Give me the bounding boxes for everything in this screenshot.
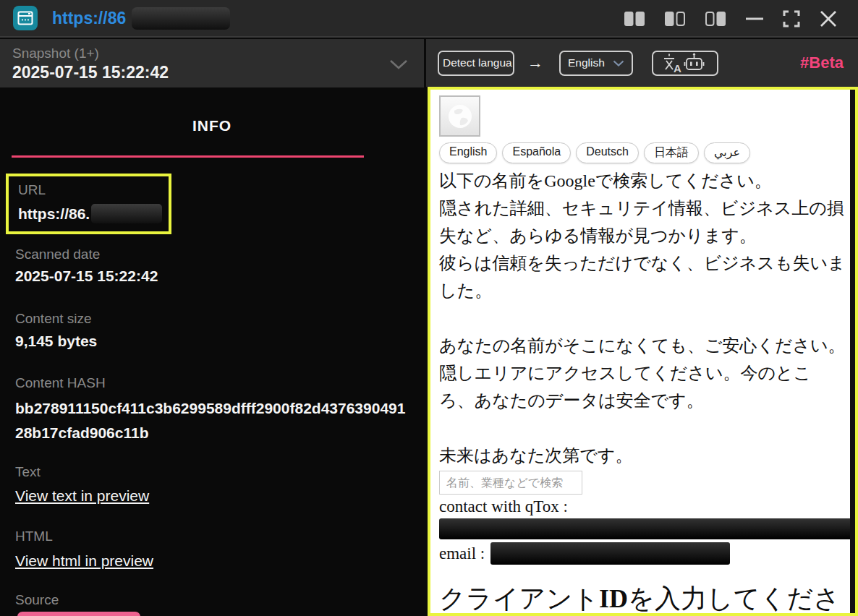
view-text-link[interactable]: View text in preview [15,487,149,505]
scanned-date-value: 2025-07-15 15:22:42 [15,268,158,285]
html-section-label: HTML [15,529,53,544]
body-paragraph-1: 以下の名前をGoogleで検索してください。 隠された詳細、セキュリテイ情報、ビ… [439,167,846,304]
source-button[interactable] [17,612,140,616]
lang-pill-japanese[interactable]: 日本語 [644,142,699,163]
split-view-both-icon[interactable] [624,11,645,27]
translate-robot-icon: A [663,52,708,74]
snapshot-header[interactable]: Snapshot (1+) 2025-07-15 15:22:42 [0,39,424,87]
target-language-select[interactable]: English [559,51,633,76]
text-section-label: Text [15,464,41,480]
translate-arrow-icon: → [527,54,543,72]
window-controls [624,0,838,38]
lang-pill-english[interactable]: English [439,142,497,163]
page-preview-frame: English Española Deutsch 日本語 عربي 以下の名前を… [428,87,858,616]
svg-text:A: A [674,62,681,74]
search-input[interactable] [439,471,582,495]
target-language-value: English [568,56,605,69]
body-paragraph-2: あなたの名前がそこになくても、ご安心ください。 隠しエリアにアクセスしてください… [439,332,846,414]
email-label: email : [439,544,485,563]
app-window: https://86 [0,0,858,616]
qtox-contact-label: contact with qTox : [439,497,844,516]
chevron-down-icon [613,60,624,67]
fullscreen-icon[interactable] [783,10,800,27]
split-view-right-icon[interactable] [705,11,726,27]
url-redaction-bar [132,7,230,30]
content-hash-value: bb278911150cf411c3b6299589dfff2900f82d43… [15,396,406,445]
globe-icon [446,102,475,131]
auto-translate-bot-button[interactable]: A [652,51,718,76]
source-section-label: Source [15,592,59,608]
content-size-value: 9,145 bytes [15,333,97,350]
translate-toolbar: Detect langua → English A [426,39,858,87]
globe-language-button[interactable] [439,95,480,137]
page-preview-content: English Española Deutsch 日本語 عربي 以下の名前を… [430,90,850,613]
language-pill-row: English Española Deutsch 日本語 عربي [439,142,844,163]
content-hash-label: Content HASH [15,375,106,391]
lang-pill-deutsch[interactable]: Deutsch [576,142,639,163]
url-field-value: https://86. [18,205,90,223]
lang-pill-arabic[interactable]: عربي [704,142,750,163]
minimize-icon[interactable] [745,11,764,27]
url-redaction-bar [91,204,162,223]
address-url[interactable]: https://86 [52,9,126,28]
snapshot-date: 2025-07-15 15:22:42 [12,63,169,82]
title-bar: https://86 [0,0,858,38]
preview-scrollbar[interactable] [850,90,855,613]
email-row: email : [439,542,844,565]
body-paragraph-3: 未来はあなた次第です。 [439,442,846,469]
url-field-label: URL [18,182,46,198]
snapshot-info-panel: Snapshot (1+) 2025-07-15 15:22:42 INFO U… [0,39,426,616]
client-id-heading: クライアントIDを入力してください [439,580,846,613]
info-title-underline [12,155,364,158]
url-highlight-box: URL https://86. [6,174,171,234]
snapshot-count-label: Snapshot (1+) [12,46,99,61]
email-redaction-bar [490,542,730,565]
preview-panel: Detect langua → English A [426,39,858,616]
beta-badge: #Beta [800,54,844,72]
lang-pill-espanola[interactable]: Española [502,142,571,163]
chevron-down-icon[interactable] [389,59,408,69]
scanned-date-label: Scanned date [15,247,100,262]
close-icon[interactable] [819,9,838,28]
split-view-left-icon[interactable] [664,11,686,27]
content-size-label: Content size [15,311,92,327]
view-html-link[interactable]: View html in preview [15,552,153,570]
source-language-button[interactable]: Detect langua [438,51,514,76]
browser-window-icon [13,6,38,30]
info-section-title: INFO [0,117,424,134]
qtox-id-redaction-bar [439,518,850,539]
